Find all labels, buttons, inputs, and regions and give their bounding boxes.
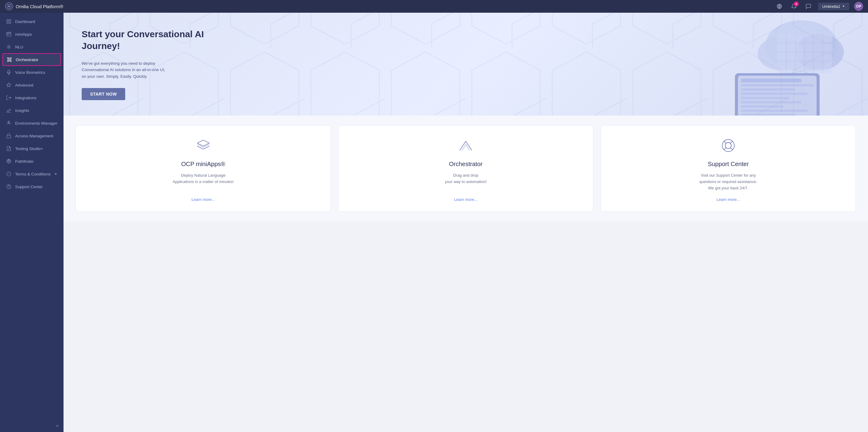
sidebar-item-label-miniapps: miniApps xyxy=(15,32,32,37)
sidebar-item-label-orchestrator: Orchestrator xyxy=(16,58,38,62)
card-orchestrator: Orchestrator Drag and drop your way to a… xyxy=(338,125,593,212)
workspace-label: Umbrella1 xyxy=(822,4,840,9)
svg-rect-6 xyxy=(9,22,11,24)
pathfinder-icon xyxy=(6,158,11,164)
logo-icon xyxy=(5,2,13,10)
sidebar-item-pathfinder[interactable]: Pathfinder xyxy=(0,155,63,167)
sidebar-item-dashboard[interactable]: Dashboard xyxy=(0,15,63,28)
sidebar-item-label-voice-biometrics: Voice Biometrics xyxy=(15,70,45,75)
integrations-icon xyxy=(6,95,11,100)
card-miniapps-icon xyxy=(195,137,211,153)
sidebar-item-environments-manager[interactable]: Environments Manager xyxy=(0,117,63,129)
hero-banner: Start your Conversational AI Journey! We… xyxy=(63,13,868,116)
sidebar-item-label-nlu: NLU xyxy=(15,45,23,49)
sidebar-item-label-testing-studio: Testing Studio+ xyxy=(15,147,43,151)
svg-line-74 xyxy=(731,148,733,150)
svg-line-76 xyxy=(724,148,726,150)
insights-icon xyxy=(6,108,11,113)
svg-point-72 xyxy=(725,143,731,149)
globe-icon xyxy=(776,3,782,9)
testing-icon xyxy=(6,146,11,151)
app-title: Omilia Cloud Platform® xyxy=(16,4,63,9)
sidebar-item-terms-conditions[interactable]: Terms & Conditions ▼ xyxy=(0,167,63,180)
card-support-desc: Visit our Support Center for any questio… xyxy=(700,173,757,191)
chevron-down-icon xyxy=(842,5,845,8)
svg-point-8 xyxy=(8,46,10,48)
sidebar-item-testing-studio[interactable]: Testing Studio+ xyxy=(0,142,63,155)
sidebar-item-nlu[interactable]: NLU xyxy=(0,40,63,53)
sidebar-item-advanced[interactable]: Advanced xyxy=(0,79,63,91)
chat-button[interactable] xyxy=(804,1,813,11)
card-support-title: Support Center xyxy=(708,161,749,167)
svg-point-71 xyxy=(722,140,734,152)
sidebar-item-label-advanced: Advanced xyxy=(15,83,33,87)
card-miniapps-link[interactable]: Learn more... xyxy=(191,197,215,202)
svg-line-73 xyxy=(724,141,726,144)
svg-rect-19 xyxy=(7,135,11,138)
nlu-icon xyxy=(6,44,11,50)
main-content: Start your Conversational AI Journey! We… xyxy=(63,13,868,432)
svg-point-1 xyxy=(8,5,10,7)
svg-rect-12 xyxy=(10,61,11,62)
svg-rect-5 xyxy=(7,22,8,24)
terms-arrow: ▼ xyxy=(54,172,58,176)
header-right: 2 Umbrella1 OP xyxy=(775,1,863,11)
access-icon xyxy=(6,133,11,138)
sidebar-item-label-pathfinder: Pathfinder xyxy=(15,159,34,164)
miniapps-icon xyxy=(6,31,11,37)
sidebar-item-voice-biometrics[interactable]: Voice Biometrics xyxy=(0,66,63,79)
sidebar-item-label-access-management: Access Management xyxy=(15,134,53,138)
orchestrator-icon xyxy=(7,57,12,62)
avatar-button[interactable]: OP xyxy=(854,2,863,11)
sidebar-item-access-management[interactable]: Access Management xyxy=(0,129,63,142)
card-support: Support Center Visit our Support Center … xyxy=(601,125,856,212)
hero-description: We've got everything you need to deploy … xyxy=(82,60,233,80)
sidebar-item-orchestrator[interactable]: Orchestrator xyxy=(2,53,61,66)
environments-icon xyxy=(6,120,11,126)
dashboard-icon xyxy=(6,19,11,24)
card-orchestrator-title: Orchestrator xyxy=(449,161,483,167)
svg-rect-3 xyxy=(7,19,8,21)
avatar-label: OP xyxy=(856,4,861,8)
svg-rect-9 xyxy=(7,58,8,59)
svg-point-31 xyxy=(9,188,9,188)
header-left: Omilia Cloud Platform® xyxy=(5,2,63,10)
hero-title: Start your Conversational AI Journey! xyxy=(82,28,233,52)
sidebar-item-support-center[interactable]: Support Center xyxy=(0,180,63,193)
svg-rect-10 xyxy=(10,58,11,59)
sidebar: Dashboard miniApps NLU xyxy=(0,13,63,432)
voice-biometrics-icon xyxy=(6,69,11,75)
card-orchestrator-icon xyxy=(458,137,474,153)
card-orchestrator-link[interactable]: Learn more... xyxy=(454,197,477,202)
globe-button[interactable] xyxy=(775,1,784,11)
terms-icon xyxy=(6,171,11,177)
sidebar-item-miniapps[interactable]: miniApps xyxy=(0,28,63,40)
sidebar-collapse-button[interactable]: « xyxy=(56,423,59,428)
sidebar-item-integrations[interactable]: Integrations xyxy=(0,91,63,104)
sidebar-item-label-terms-conditions: Terms & Conditions xyxy=(15,172,51,176)
card-orchestrator-desc: Drag and drop your way to automation! xyxy=(445,173,487,191)
support-icon xyxy=(6,184,11,189)
workspace-selector[interactable]: Umbrella1 xyxy=(818,3,849,10)
svg-line-75 xyxy=(731,141,733,144)
hero-text: Start your Conversational AI Journey! We… xyxy=(82,28,233,100)
sidebar-item-label-dashboard: Dashboard xyxy=(15,19,35,24)
sidebar-nav: Dashboard miniApps NLU xyxy=(0,13,63,419)
start-now-button[interactable]: START NOW xyxy=(82,88,125,100)
svg-rect-11 xyxy=(7,61,8,62)
main-layout: Dashboard miniApps NLU xyxy=(0,13,868,432)
top-header: Omilia Cloud Platform® 2 xyxy=(0,0,868,13)
card-miniapps: OCP miniApps® Deploy Natural Language Ap… xyxy=(75,125,331,212)
sidebar-item-label-integrations: Integrations xyxy=(15,96,37,100)
card-miniapps-desc: Deploy Natural Language Applications in … xyxy=(173,173,234,191)
svg-point-18 xyxy=(8,122,9,122)
notification-button[interactable]: 2 xyxy=(789,1,799,11)
notification-badge: 2 xyxy=(794,1,799,6)
card-miniapps-title: OCP miniApps® xyxy=(181,161,225,167)
sidebar-item-label-insights: Insights xyxy=(15,108,29,113)
sidebar-footer: « xyxy=(0,419,63,432)
advanced-icon xyxy=(6,82,11,88)
sidebar-item-insights[interactable]: Insights xyxy=(0,104,63,117)
sidebar-item-label-support-center: Support Center xyxy=(15,185,43,189)
card-support-link[interactable]: Learn more... xyxy=(716,197,740,202)
